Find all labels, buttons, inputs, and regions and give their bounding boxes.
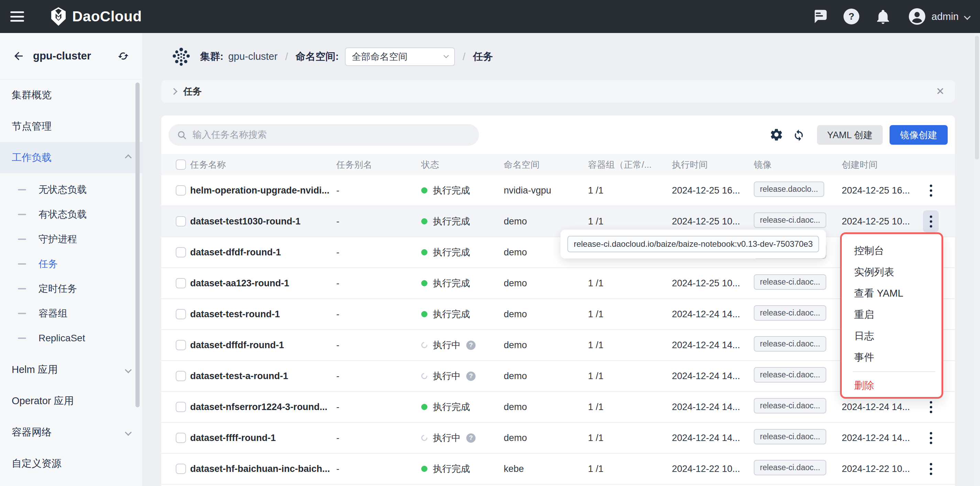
row-actions-kebab[interactable] <box>923 458 939 480</box>
brand-logo[interactable]: DaoCloud <box>50 7 142 26</box>
sidebar-item-label: 节点管理 <box>12 120 130 133</box>
window-scrollbar-thumb[interactable] <box>975 36 979 159</box>
cluster-value[interactable]: gpu-cluster <box>228 51 277 62</box>
task-name[interactable]: dataset-ffff-round-1 <box>190 433 336 443</box>
task-name[interactable]: dataset-dfdf-round-1 <box>190 247 336 258</box>
menu-item-delete[interactable]: 删除 <box>842 375 942 396</box>
image-cell: release-ci.daoc... <box>754 429 842 447</box>
menu-item-5[interactable]: 日志 <box>842 326 942 347</box>
status-help-icon[interactable]: ? <box>466 372 476 381</box>
row-checkbox[interactable] <box>176 216 186 227</box>
notification-bell-icon[interactable] <box>875 9 891 24</box>
task-name[interactable]: dataset-test1030-round-1 <box>190 216 336 227</box>
search-input[interactable] <box>192 130 461 140</box>
breadcrumb: 集群: gpu-cluster / 命名空间: 全部命名空间 / 任务 <box>143 33 980 80</box>
image-tag-chip[interactable]: release-ci.daoc... <box>754 367 826 383</box>
row-checkbox[interactable] <box>176 371 186 381</box>
table-row[interactable]: dataset-dffdf-round-1-执行中?demo1 /12024-1… <box>161 330 955 361</box>
row-actions-kebab[interactable] <box>923 427 939 449</box>
refresh-icon[interactable] <box>791 127 807 143</box>
sidebar-scrollbar[interactable] <box>135 83 140 407</box>
task-name[interactable]: dataset-aa123-round-1 <box>190 278 336 289</box>
sidebar-item-9[interactable]: 容器组 <box>0 301 142 326</box>
table-settings-gear-icon[interactable] <box>768 127 784 143</box>
sidebar-item-10[interactable]: ReplicaSet <box>0 326 142 351</box>
sidebar-item-13[interactable]: 容器网络 <box>0 416 142 448</box>
row-actions-kebab[interactable] <box>923 179 939 202</box>
select-all-checkbox[interactable] <box>176 159 186 170</box>
sidebar-item-6[interactable]: 守护进程 <box>0 227 142 252</box>
search-box[interactable] <box>169 124 479 146</box>
row-checkbox[interactable] <box>176 185 186 195</box>
table-row[interactable]: dataset-aa123-round-1-执行完成demo1 /12024-1… <box>161 268 955 299</box>
table-row[interactable]: dataset-nfserror1224-3-round...-执行完成demo… <box>161 392 955 423</box>
menu-item-1[interactable]: 控制台 <box>842 240 942 262</box>
task-name[interactable]: dataset-hf-baichuan-inc-baich... <box>190 464 336 474</box>
namespace-select[interactable]: 全部命名空间 <box>345 48 455 66</box>
sidebar-item-7[interactable]: 任务 <box>0 252 142 276</box>
close-icon[interactable]: ✕ <box>936 86 945 97</box>
sidebar-item-4[interactable]: 无状态负载 <box>0 177 142 202</box>
row-actions-kebab[interactable] <box>923 396 939 418</box>
row-checkbox[interactable] <box>176 278 186 288</box>
namespace-cell: demo <box>504 309 588 320</box>
sidebar-item-8[interactable]: 定时任务 <box>0 276 142 301</box>
task-name[interactable]: dataset-test-a-round-1 <box>190 371 336 381</box>
image-tag-chip[interactable]: release-ci.daoc... <box>754 213 826 228</box>
row-checkbox[interactable] <box>176 464 186 474</box>
menu-item-4[interactable]: 重启 <box>842 304 942 326</box>
help-icon[interactable]: ? <box>843 9 859 24</box>
user-menu[interactable]: admin <box>909 8 970 25</box>
image-tag-chip[interactable]: release.daoclo... <box>754 181 824 197</box>
collapsible-panel-header[interactable]: 任务 ✕ <box>161 80 955 102</box>
row-checkbox[interactable] <box>176 247 186 257</box>
sidebar-item-2[interactable]: 节点管理 <box>0 111 142 142</box>
row-checkbox[interactable] <box>176 402 186 412</box>
yaml-create-button[interactable]: YAML 创建 <box>817 125 883 145</box>
image-tag-chip[interactable]: release-ci.daoc... <box>754 336 826 352</box>
image-create-button[interactable]: 镜像创建 <box>889 125 948 145</box>
sidebar-item-3[interactable]: 工作负载 <box>0 142 142 173</box>
chat-icon[interactable] <box>812 9 828 24</box>
hamburger-menu-icon[interactable] <box>10 11 24 22</box>
switch-cluster-icon[interactable] <box>117 49 130 63</box>
status-help-icon[interactable]: ? <box>466 434 476 443</box>
back-arrow-icon[interactable] <box>12 49 25 63</box>
row-checkbox[interactable] <box>176 433 186 443</box>
sidebar-item-label: 工作负载 <box>12 151 126 165</box>
image-tag-chip[interactable]: release-ci.daoc... <box>754 398 826 413</box>
table-row[interactable]: dataset-hf-baichuan-inc-baich...-执行完成keb… <box>161 454 955 484</box>
task-name[interactable]: dataset-test-round-1 <box>190 309 336 320</box>
menu-item-6[interactable]: 事件 <box>842 347 942 368</box>
menu-item-2[interactable]: 实例列表 <box>842 262 942 283</box>
table-row[interactable]: dataset-test1030-round-1-执行完成demo1 /1202… <box>161 206 955 237</box>
task-name[interactable]: dataset-dffdf-round-1 <box>190 340 336 351</box>
image-tag-chip[interactable]: release-ci.daoc... <box>754 460 826 475</box>
sidebar-item-11[interactable]: Helm 应用 <box>0 354 142 385</box>
image-tag-chip[interactable]: release-ci.daoc... <box>754 429 826 445</box>
column-header-4: 命名空间 <box>504 159 588 171</box>
table-row[interactable]: helm-operation-upgrade-nvidi...-执行完成nvid… <box>161 175 955 206</box>
table-row[interactable]: dataset-test-a-round-1-执行中?demo1 /12024-… <box>161 361 955 392</box>
image-tag-chip[interactable]: release-ci.daoc... <box>754 274 826 290</box>
created-time-cell: 2024-12-22 10... <box>842 464 923 474</box>
status-help-icon[interactable]: ? <box>466 341 476 350</box>
table-row[interactable]: dataset-ffff-round-1-执行中?demo1 /12024-12… <box>161 423 955 454</box>
sidebar-item-14[interactable]: 自定义资源 <box>0 448 142 479</box>
sidebar-item-5[interactable]: 有状态负载 <box>0 202 142 227</box>
sidebar-item-1[interactable]: 集群概览 <box>0 79 142 111</box>
actions-cell <box>923 458 955 480</box>
task-name[interactable]: helm-operation-upgrade-nvidi... <box>190 185 336 196</box>
row-checkbox[interactable] <box>176 340 186 350</box>
row-actions-kebab[interactable] <box>923 210 939 232</box>
sidebar-item-12[interactable]: Operator 应用 <box>0 385 142 416</box>
table-row[interactable]: dataset-test-round-1-执行完成demo1 /12024-12… <box>161 299 955 330</box>
table-row[interactable]: dataset-dfdf-round-1-执行完成demo1 /12024-12… <box>161 237 955 268</box>
window-scrollbar-track[interactable] <box>974 33 980 486</box>
image-tag-chip[interactable]: release-ci.daoc... <box>754 305 826 321</box>
task-name[interactable]: dataset-nfserror1224-3-round... <box>190 402 336 413</box>
table-header: 任务名称任务别名状态命名空间容器组（正常/...执行时间镜像创建时间 <box>161 154 955 175</box>
row-checkbox[interactable] <box>176 309 186 319</box>
menu-item-3[interactable]: 查看 YAML <box>842 283 942 304</box>
namespace-cell: demo <box>504 371 588 381</box>
